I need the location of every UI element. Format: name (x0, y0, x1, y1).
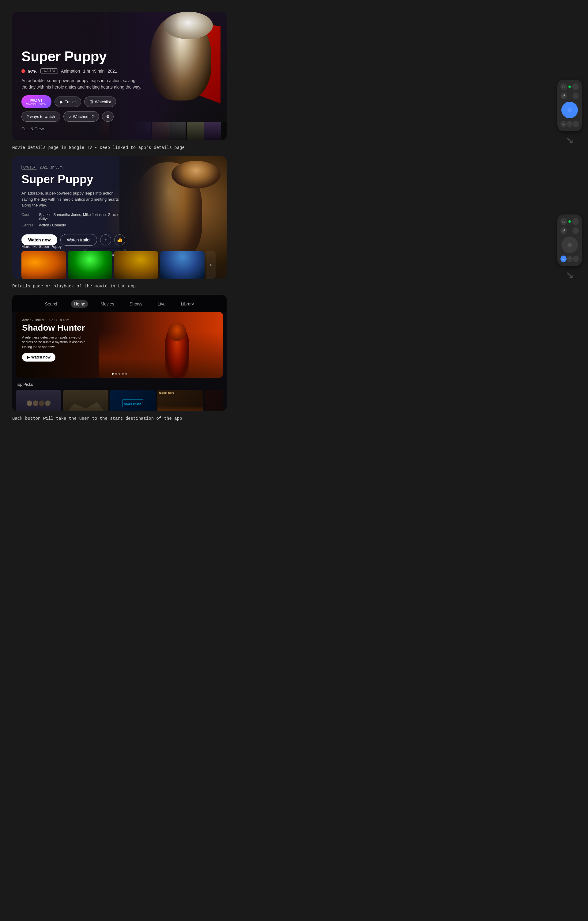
circle-icon: ○ (68, 114, 71, 119)
play-icon: ▶ (60, 99, 63, 104)
s2-trailer-label: Watch trailer (67, 238, 91, 242)
hero-head (168, 323, 186, 341)
movi-watch-button[interactable]: MOVI WATCH NOW (21, 95, 52, 108)
ways-label: 2 ways to watch (27, 114, 55, 119)
section2-title: Super Puppy (21, 173, 127, 186)
remote2-back-btn[interactable]: ← (560, 255, 567, 262)
remote2-mic-btn[interactable]: 🎤 (560, 227, 567, 234)
remote1-dpad-center (567, 108, 572, 112)
trailer-button[interactable]: ▶ Trailer (55, 96, 81, 107)
watched-label: Watched it? (73, 114, 94, 119)
similar-thumb-1[interactable] (21, 251, 66, 279)
top-picks-title: Top Picks (16, 382, 223, 387)
nav-library[interactable]: Library (178, 300, 197, 308)
hero-title: Shadow Hunter (22, 323, 89, 333)
home-icon: ⌂ (569, 122, 570, 126)
s2-year: 2021 (39, 165, 48, 169)
remote1-unit: ⏻ 🎤 ← ⌂ (557, 80, 582, 146)
remote1-body: ⏻ 🎤 ← ⌂ (557, 80, 582, 131)
remote2-circle-btn[interactable] (572, 218, 579, 225)
hero-card: Action / Thriller • 2021 • 1h 48m Shadow… (16, 312, 223, 378)
nav-movies[interactable]: Movies (97, 300, 117, 308)
s2-add-button[interactable]: + (100, 234, 111, 246)
pick-item-5[interactable]: ON (205, 390, 223, 411)
s2-genres-row: Genres Action / Comedy (21, 223, 127, 227)
scroll-letter: F (210, 264, 212, 267)
movi-logo: MOVI (30, 98, 42, 103)
remote2-extra-btn[interactable] (572, 227, 579, 234)
power-icon: ⏻ (562, 85, 565, 89)
similar-thumb-3[interactable] (114, 251, 158, 279)
mic-icon: 🎤 (562, 94, 565, 98)
remote1-circle-btn[interactable] (572, 83, 579, 90)
hero-watch-button[interactable]: ▶ Watch now (22, 353, 55, 361)
section1-content: Super Puppy 97% U/A 13+ Animation 1 hr 4… (12, 11, 152, 140)
nav-home[interactable]: Home (71, 300, 88, 308)
remote2-home-btn[interactable]: ⌂ (567, 255, 573, 262)
section2-frame: U/A 13+ 2021 1h 53m Super Puppy An adora… (12, 156, 227, 279)
nav-live[interactable]: Live (155, 300, 169, 308)
s2-watch-button[interactable]: Watch now (21, 234, 57, 246)
cast-crew-link[interactable]: Cast & Crew (21, 127, 142, 131)
section1-container: Super Puppy 97% U/A 13+ Animation 1 hr 4… (12, 11, 536, 156)
pick-item-3[interactable]: SPACE OPERA (110, 390, 156, 411)
similar-thumb-4[interactable] (160, 251, 205, 279)
remote1-back-btn[interactable]: ← (560, 121, 567, 127)
hero-genre: Action / Thriller • 2021 • 1h 48m (22, 318, 89, 322)
similar-thumb-2[interactable] (68, 251, 112, 279)
pick-item-1[interactable] (16, 390, 61, 411)
more-options-button[interactable]: ⚙ (102, 112, 114, 122)
arrow1: ↙ (566, 134, 574, 146)
nav-search[interactable]: Search (42, 300, 62, 308)
s2-cast-row: Cast Sparkie, Samantha Jones, Mike Johns… (21, 213, 127, 221)
mic-icon-2: 🎤 (562, 229, 565, 233)
scroll-indicator: F (206, 251, 216, 279)
trailer-label: Trailer (65, 99, 76, 104)
nav-shows[interactable]: Shows (127, 300, 145, 308)
watched-button[interactable]: ○ Watched it? (63, 111, 99, 122)
remote2-dpad-center (567, 242, 572, 247)
remote1-nav-row: ← ⌂ (560, 121, 579, 127)
remote2-dpad[interactable] (561, 236, 578, 253)
remote1-options-btn[interactable] (573, 121, 579, 127)
top-picks-section: Top Picks (12, 378, 227, 411)
hero-figure-container (149, 316, 205, 378)
section2-label: Details page or playback of the movie in… (12, 279, 536, 295)
remote1-extra-btn[interactable] (572, 93, 579, 99)
ways-to-watch-button[interactable]: 2 ways to watch (21, 112, 60, 122)
watch-now-sub: WATCH NOW (26, 103, 47, 106)
remote2-power-btn[interactable]: ⏻ (560, 218, 567, 225)
bookmark-icon: ⊞ (89, 99, 93, 104)
hero-dots (112, 373, 127, 375)
remote2-options-btn[interactable] (573, 255, 579, 262)
dot-5 (125, 373, 127, 375)
remote2-mid-row: 🎤 (560, 227, 579, 234)
s2-trailer-button[interactable]: Watch trailer (60, 234, 97, 246)
remote1-power-btn[interactable]: ⏻ (560, 83, 567, 90)
year-text: 2021 (107, 68, 117, 73)
pick-item-2[interactable] (63, 390, 109, 411)
section2-container: U/A 13+ 2021 1h 53m Super Puppy An adora… (12, 156, 536, 295)
s2-thumbnails: F (21, 251, 218, 279)
pick-item-4[interactable]: Night in Tokyo (158, 390, 203, 411)
s2-more-like-section: More like Super Puppy F (12, 244, 227, 279)
hero-watch-label: Watch now (31, 355, 50, 360)
section1-frame: Super Puppy 97% U/A 13+ Animation 1 hr 4… (12, 11, 227, 140)
remote1-mic-btn[interactable]: 🎤 (560, 93, 567, 99)
rating-badge: U/A 13+ (41, 68, 58, 74)
remote1-indicator (569, 85, 571, 88)
genre-text: Animation (61, 68, 80, 73)
genres-label: Genres (21, 223, 35, 227)
back-icon: ← (562, 122, 565, 126)
arrow2: ↙ (566, 269, 574, 281)
hero-play-icon: ▶ (27, 355, 30, 360)
section1-label: Movie details page in Google TV - Deep l… (12, 140, 536, 156)
remote1-home-btn[interactable]: ⌂ (567, 121, 573, 127)
s2-like-button[interactable]: 👍 (114, 234, 125, 246)
section3-frame: Search Home Movies Shows Live Library Ac… (12, 295, 227, 411)
remote2-body: ⏻ 🎤 ← ⌂ (557, 215, 582, 266)
remote1-dpad[interactable] (561, 102, 578, 118)
watchlist-button[interactable]: ⊞ Watchlist (84, 96, 116, 107)
s2-rating-badge: U/A 13+ (21, 165, 37, 170)
remotes-panel: ⏻ 🎤 ← ⌂ (548, 0, 588, 921)
